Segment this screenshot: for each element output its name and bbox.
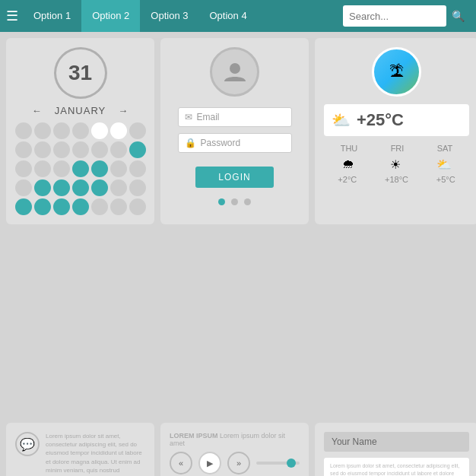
cal-cell[interactable] (15, 122, 32, 139)
cal-cell[interactable] (91, 179, 108, 196)
cal-cell[interactable] (15, 198, 32, 215)
calendar-month-nav: ← JANUARY → (32, 105, 129, 116)
weather-day-fri: FRI (391, 144, 405, 153)
cal-cell[interactable] (53, 122, 70, 139)
weather-day-sat: SAT (437, 144, 453, 153)
cal-cell[interactable] (34, 198, 51, 215)
island-icon: 🏝 (389, 63, 405, 81)
cal-cell[interactable] (91, 122, 108, 139)
cal-cell[interactable] (15, 141, 32, 158)
cal-cell[interactable] (53, 160, 70, 177)
nav-item-option4[interactable]: Option 4 (198, 0, 257, 32)
weather-temp-thu: +2°C (338, 175, 357, 184)
text-bubble: 💬 Lorem ipsum dolor sit amet, consectetu… (15, 432, 145, 476)
rewind-button[interactable]: « (170, 452, 192, 474)
weather-icon-fri: ☀ (390, 157, 401, 172)
calendar-date: 31 (54, 47, 107, 99)
player-title: LOREM IPSUM Lorem ipsum dolor sit amet (170, 432, 300, 447)
search-bar (343, 5, 446, 27)
weather-icons-row: 🌧 ☀ ⛅ (324, 157, 469, 172)
weather-icon-sat: ⛅ (436, 157, 452, 172)
cal-cell[interactable] (15, 179, 32, 196)
cal-cell[interactable] (129, 160, 146, 177)
svg-point-0 (230, 63, 240, 74)
cal-cell[interactable] (34, 141, 51, 158)
prev-month-button[interactable]: ← (32, 105, 43, 116)
player-card: LOREM IPSUM Lorem ipsum dolor sit amet «… (160, 423, 309, 476)
hamburger-icon[interactable]: ☰ (6, 8, 18, 24)
cal-cell[interactable] (53, 179, 70, 196)
cal-cell[interactable] (53, 141, 70, 158)
cal-cell[interactable] (72, 141, 89, 158)
play-button[interactable]: ▶ (198, 452, 221, 474)
weather-temps-row: +2°C +18°C +5°C (324, 175, 469, 184)
slider-thumb (287, 459, 296, 468)
dot-1[interactable] (218, 198, 225, 205)
name-field[interactable]: Your Name (324, 432, 469, 452)
cal-cell[interactable] (129, 179, 146, 196)
bottom-grid: 💬 Lorem ipsum dolor sit amet, consectetu… (0, 423, 476, 476)
weather-cloud-icon: ⛅ (332, 111, 351, 129)
email-icon: ✉ (185, 112, 192, 122)
cal-cell[interactable] (72, 160, 89, 177)
password-field[interactable]: 🔒 Password (178, 133, 292, 153)
contact-card: Your Name Lorem ipsum dolor sit amet, co… (315, 423, 476, 476)
login-button[interactable]: LOGIN (195, 167, 273, 188)
next-month-button[interactable]: → (118, 105, 129, 116)
cal-cell[interactable] (110, 141, 127, 158)
cal-cell[interactable] (72, 122, 89, 139)
weather-icon-thu: 🌧 (342, 157, 354, 172)
cal-cell[interactable] (91, 198, 108, 215)
dot-3[interactable] (244, 198, 251, 205)
player-controls: « ▶ » (170, 452, 300, 474)
navbar: ☰ Option 1 Option 2 Option 3 Option 4 🔍 (0, 0, 476, 32)
lorem-text: Lorem ipsum dolor sit amet, consectetur … (46, 432, 145, 476)
message-area[interactable]: Lorem ipsum dolor sit amet, consectetur … (324, 458, 469, 476)
login-card: ✉ Email 🔒 Password LOGIN (160, 38, 309, 224)
dot-2[interactable] (231, 198, 238, 205)
search-icon[interactable]: 🔍 (446, 7, 470, 25)
calendar-grid (15, 122, 146, 215)
weather-day-thu: THU (341, 144, 358, 153)
cal-cell[interactable] (129, 198, 146, 215)
weather-temp-fri: +18°C (385, 175, 408, 184)
cal-cell[interactable] (129, 141, 146, 158)
player-slider[interactable] (256, 462, 300, 465)
cal-cell[interactable] (110, 198, 127, 215)
weather-temp-sat: +5°C (436, 175, 455, 184)
fastforward-button[interactable]: » (227, 452, 250, 474)
top-grid: 31 ← JANUARY → (0, 32, 476, 423)
weather-days: THU FRI SAT (324, 144, 469, 153)
weather-image: 🏝 (372, 47, 421, 97)
cal-cell[interactable] (34, 122, 51, 139)
cal-cell[interactable] (110, 179, 127, 196)
cal-cell[interactable] (91, 141, 108, 158)
cal-cell[interactable] (72, 198, 89, 215)
avatar (210, 47, 259, 97)
calendar-card: 31 ← JANUARY → (6, 38, 154, 224)
search-input[interactable] (349, 11, 440, 22)
weather-card: 🏝 ⛅ +25°C THU FRI SAT 🌧 ☀ ⛅ +2°C +18°C +… (315, 38, 476, 224)
weather-main: ⛅ +25°C (324, 104, 469, 136)
cal-cell[interactable] (91, 160, 108, 177)
page-dots (218, 198, 251, 205)
cal-cell[interactable] (15, 160, 32, 177)
cal-cell[interactable] (129, 122, 146, 139)
calendar-month-label: JANUARY (55, 105, 106, 116)
lock-icon: 🔒 (185, 138, 196, 148)
cal-cell[interactable] (110, 160, 127, 177)
cal-cell[interactable] (34, 160, 51, 177)
cal-cell[interactable] (53, 198, 70, 215)
nav-item-option3[interactable]: Option 3 (140, 0, 198, 32)
cal-cell[interactable] (72, 179, 89, 196)
text-card: 💬 Lorem ipsum dolor sit amet, consectetu… (6, 423, 154, 476)
nav-item-option2[interactable]: Option 2 (81, 0, 140, 32)
cal-cell[interactable] (110, 122, 127, 139)
weather-temperature: +25°C (357, 110, 404, 130)
nav-item-option1[interactable]: Option 1 (23, 0, 81, 32)
speech-bubble-icon: 💬 (15, 432, 40, 456)
email-field[interactable]: ✉ Email (178, 107, 292, 127)
cal-cell[interactable] (34, 179, 51, 196)
